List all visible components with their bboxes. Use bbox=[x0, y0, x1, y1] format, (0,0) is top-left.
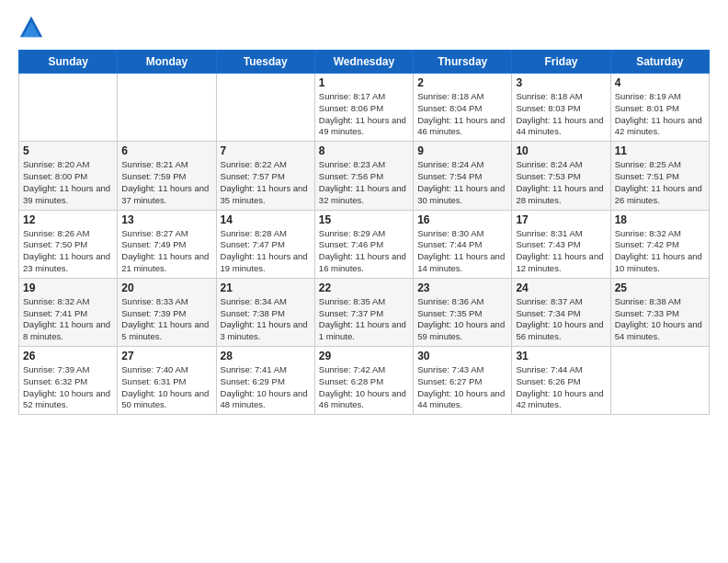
day-number: 12 bbox=[23, 213, 113, 226]
calendar-cell bbox=[216, 74, 314, 142]
day-info: Sunrise: 8:20 AM Sunset: 8:00 PM Dayligh… bbox=[23, 159, 113, 206]
col-header-friday: Friday bbox=[512, 51, 610, 74]
day-info: Sunrise: 8:24 AM Sunset: 7:53 PM Dayligh… bbox=[516, 159, 606, 206]
col-header-thursday: Thursday bbox=[414, 51, 512, 74]
day-number: 11 bbox=[615, 144, 705, 157]
day-info: Sunrise: 8:22 AM Sunset: 7:57 PM Dayligh… bbox=[221, 159, 311, 206]
calendar-week-1: 1Sunrise: 8:17 AM Sunset: 8:06 PM Daylig… bbox=[19, 74, 710, 142]
calendar-cell: 15Sunrise: 8:29 AM Sunset: 7:46 PM Dayli… bbox=[314, 210, 413, 278]
day-info: Sunrise: 8:25 AM Sunset: 7:51 PM Dayligh… bbox=[615, 159, 705, 206]
calendar-cell: 24Sunrise: 8:37 AM Sunset: 7:34 PM Dayli… bbox=[512, 278, 610, 346]
day-number: 24 bbox=[516, 282, 606, 294]
col-header-saturday: Saturday bbox=[610, 51, 709, 74]
day-info: Sunrise: 8:18 AM Sunset: 8:04 PM Dayligh… bbox=[417, 91, 507, 138]
day-info: Sunrise: 8:31 AM Sunset: 7:43 PM Dayligh… bbox=[516, 228, 606, 275]
calendar-cell: 10Sunrise: 8:24 AM Sunset: 7:53 PM Dayli… bbox=[512, 142, 610, 210]
day-info: Sunrise: 8:27 AM Sunset: 7:49 PM Dayligh… bbox=[121, 228, 211, 275]
day-number: 16 bbox=[417, 213, 507, 226]
calendar-cell bbox=[19, 74, 118, 142]
day-number: 21 bbox=[221, 282, 311, 294]
day-info: Sunrise: 8:36 AM Sunset: 7:35 PM Dayligh… bbox=[417, 296, 507, 343]
day-info: Sunrise: 8:21 AM Sunset: 7:59 PM Dayligh… bbox=[121, 159, 211, 206]
day-number: 8 bbox=[319, 144, 409, 157]
day-info: Sunrise: 8:26 AM Sunset: 7:50 PM Dayligh… bbox=[23, 228, 113, 275]
day-number: 14 bbox=[221, 213, 311, 226]
header bbox=[18, 15, 710, 40]
calendar-cell bbox=[118, 74, 216, 142]
calendar-cell: 3Sunrise: 8:18 AM Sunset: 8:03 PM Daylig… bbox=[512, 74, 610, 142]
calendar-week-3: 12Sunrise: 8:26 AM Sunset: 7:50 PM Dayli… bbox=[19, 210, 710, 278]
day-number: 7 bbox=[221, 144, 311, 157]
calendar-cell: 31Sunrise: 7:44 AM Sunset: 6:26 PM Dayli… bbox=[512, 347, 610, 415]
calendar-cell: 21Sunrise: 8:34 AM Sunset: 7:38 PM Dayli… bbox=[216, 278, 314, 346]
calendar-cell: 26Sunrise: 7:39 AM Sunset: 6:32 PM Dayli… bbox=[19, 347, 118, 415]
day-info: Sunrise: 8:17 AM Sunset: 8:06 PM Dayligh… bbox=[319, 91, 409, 138]
day-info: Sunrise: 7:42 AM Sunset: 6:28 PM Dayligh… bbox=[319, 364, 409, 411]
day-info: Sunrise: 8:29 AM Sunset: 7:46 PM Dayligh… bbox=[319, 228, 409, 275]
day-info: Sunrise: 8:19 AM Sunset: 8:01 PM Dayligh… bbox=[615, 91, 705, 138]
calendar-cell: 8Sunrise: 8:23 AM Sunset: 7:56 PM Daylig… bbox=[314, 142, 413, 210]
calendar-cell: 30Sunrise: 7:43 AM Sunset: 6:27 PM Dayli… bbox=[414, 347, 512, 415]
day-number: 3 bbox=[516, 76, 606, 89]
day-number: 9 bbox=[417, 144, 507, 157]
day-number: 19 bbox=[23, 282, 113, 294]
calendar-cell: 20Sunrise: 8:33 AM Sunset: 7:39 PM Dayli… bbox=[118, 278, 216, 346]
day-number: 20 bbox=[121, 282, 211, 294]
calendar-cell: 27Sunrise: 7:40 AM Sunset: 6:31 PM Dayli… bbox=[118, 347, 216, 415]
logo bbox=[18, 15, 48, 40]
calendar-cell: 13Sunrise: 8:27 AM Sunset: 7:49 PM Dayli… bbox=[118, 210, 216, 278]
day-info: Sunrise: 8:34 AM Sunset: 7:38 PM Dayligh… bbox=[221, 296, 311, 343]
calendar-cell: 9Sunrise: 8:24 AM Sunset: 7:54 PM Daylig… bbox=[414, 142, 512, 210]
calendar-cell: 11Sunrise: 8:25 AM Sunset: 7:51 PM Dayli… bbox=[610, 142, 709, 210]
day-number: 30 bbox=[417, 350, 507, 362]
day-number: 29 bbox=[319, 350, 409, 362]
day-number: 15 bbox=[319, 213, 409, 226]
calendar-cell: 2Sunrise: 8:18 AM Sunset: 8:04 PM Daylig… bbox=[414, 74, 512, 142]
day-number: 1 bbox=[319, 76, 409, 89]
day-info: Sunrise: 8:33 AM Sunset: 7:39 PM Dayligh… bbox=[121, 296, 211, 343]
calendar-cell: 14Sunrise: 8:28 AM Sunset: 7:47 PM Dayli… bbox=[216, 210, 314, 278]
col-header-sunday: Sunday bbox=[19, 51, 118, 74]
calendar-cell: 12Sunrise: 8:26 AM Sunset: 7:50 PM Dayli… bbox=[19, 210, 118, 278]
day-info: Sunrise: 8:30 AM Sunset: 7:44 PM Dayligh… bbox=[417, 228, 507, 275]
day-info: Sunrise: 7:41 AM Sunset: 6:29 PM Dayligh… bbox=[221, 364, 311, 411]
calendar-cell: 28Sunrise: 7:41 AM Sunset: 6:29 PM Dayli… bbox=[216, 347, 314, 415]
day-info: Sunrise: 8:23 AM Sunset: 7:56 PM Dayligh… bbox=[319, 159, 409, 206]
day-number: 27 bbox=[121, 350, 211, 362]
day-number: 6 bbox=[121, 144, 211, 157]
day-number: 2 bbox=[417, 76, 507, 89]
day-number: 25 bbox=[615, 282, 705, 294]
day-info: Sunrise: 8:32 AM Sunset: 7:41 PM Dayligh… bbox=[23, 296, 113, 343]
day-info: Sunrise: 8:38 AM Sunset: 7:33 PM Dayligh… bbox=[615, 296, 705, 343]
calendar-week-5: 26Sunrise: 7:39 AM Sunset: 6:32 PM Dayli… bbox=[19, 347, 710, 415]
day-info: Sunrise: 8:35 AM Sunset: 7:37 PM Dayligh… bbox=[319, 296, 409, 343]
day-number: 31 bbox=[516, 350, 606, 362]
calendar-cell: 16Sunrise: 8:30 AM Sunset: 7:44 PM Dayli… bbox=[414, 210, 512, 278]
calendar-cell: 25Sunrise: 8:38 AM Sunset: 7:33 PM Dayli… bbox=[610, 278, 709, 346]
calendar-cell: 7Sunrise: 8:22 AM Sunset: 7:57 PM Daylig… bbox=[216, 142, 314, 210]
calendar-header-row: SundayMondayTuesdayWednesdayThursdayFrid… bbox=[19, 51, 710, 74]
col-header-tuesday: Tuesday bbox=[216, 51, 314, 74]
col-header-wednesday: Wednesday bbox=[314, 51, 413, 74]
calendar-cell bbox=[610, 347, 709, 415]
calendar-cell: 23Sunrise: 8:36 AM Sunset: 7:35 PM Dayli… bbox=[414, 278, 512, 346]
logo-icon bbox=[18, 15, 44, 40]
day-number: 22 bbox=[319, 282, 409, 294]
calendar-cell: 1Sunrise: 8:17 AM Sunset: 8:06 PM Daylig… bbox=[314, 74, 413, 142]
day-number: 26 bbox=[23, 350, 113, 362]
day-number: 10 bbox=[516, 144, 606, 157]
day-info: Sunrise: 8:18 AM Sunset: 8:03 PM Dayligh… bbox=[516, 91, 606, 138]
calendar-cell: 17Sunrise: 8:31 AM Sunset: 7:43 PM Dayli… bbox=[512, 210, 610, 278]
calendar-table: SundayMondayTuesdayWednesdayThursdayFrid… bbox=[18, 50, 710, 415]
day-info: Sunrise: 7:40 AM Sunset: 6:31 PM Dayligh… bbox=[121, 364, 211, 411]
day-number: 4 bbox=[615, 76, 705, 89]
day-info: Sunrise: 7:39 AM Sunset: 6:32 PM Dayligh… bbox=[23, 364, 113, 411]
day-info: Sunrise: 8:24 AM Sunset: 7:54 PM Dayligh… bbox=[417, 159, 507, 206]
calendar-cell: 29Sunrise: 7:42 AM Sunset: 6:28 PM Dayli… bbox=[314, 347, 413, 415]
day-number: 5 bbox=[23, 144, 113, 157]
day-number: 18 bbox=[615, 213, 705, 226]
calendar-cell: 18Sunrise: 8:32 AM Sunset: 7:42 PM Dayli… bbox=[610, 210, 709, 278]
calendar-week-2: 5Sunrise: 8:20 AM Sunset: 8:00 PM Daylig… bbox=[19, 142, 710, 210]
day-number: 13 bbox=[121, 213, 211, 226]
calendar-cell: 22Sunrise: 8:35 AM Sunset: 7:37 PM Dayli… bbox=[314, 278, 413, 346]
